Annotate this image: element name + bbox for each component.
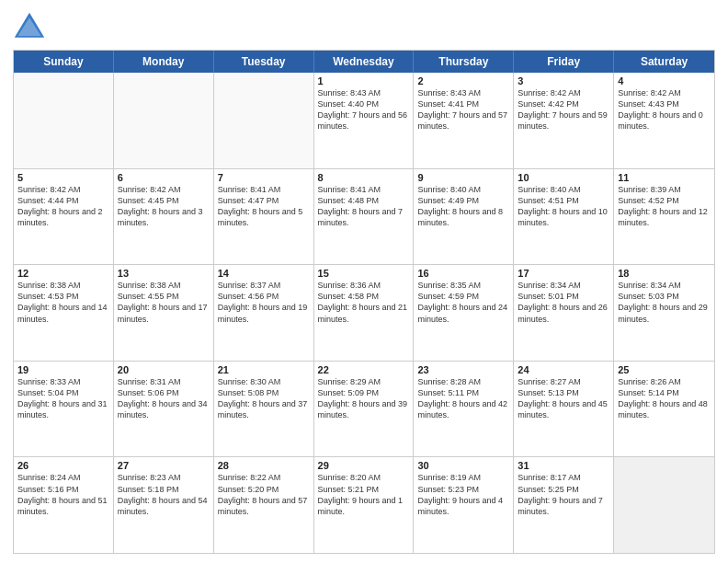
cal-cell: 28Sunrise: 8:22 AM Sunset: 5:20 PM Dayli… [214, 457, 314, 553]
cal-row-2: 12Sunrise: 8:38 AM Sunset: 4:53 PM Dayli… [14, 264, 714, 361]
cell-text: Sunrise: 8:42 AM Sunset: 4:42 PM Dayligh… [518, 87, 609, 132]
day-number: 6 [118, 172, 210, 183]
day-number: 4 [618, 75, 711, 86]
cal-cell: 21Sunrise: 8:30 AM Sunset: 5:08 PM Dayli… [214, 362, 314, 457]
day-number: 30 [417, 460, 509, 471]
cell-text: Sunrise: 8:38 AM Sunset: 4:55 PM Dayligh… [118, 280, 210, 325]
cell-text: Sunrise: 8:38 AM Sunset: 4:53 PM Dayligh… [17, 280, 109, 325]
cal-cell: 27Sunrise: 8:23 AM Sunset: 5:18 PM Dayli… [114, 457, 214, 553]
cell-text: Sunrise: 8:27 AM Sunset: 5:13 PM Dayligh… [518, 376, 609, 421]
cell-text: Sunrise: 8:41 AM Sunset: 4:48 PM Dayligh… [318, 184, 410, 229]
cal-cell: 11Sunrise: 8:39 AM Sunset: 4:52 PM Dayli… [614, 169, 714, 265]
cal-cell: 12Sunrise: 8:38 AM Sunset: 4:53 PM Dayli… [14, 265, 114, 361]
cell-text: Sunrise: 8:43 AM Sunset: 4:41 PM Dayligh… [417, 87, 509, 132]
cell-text: Sunrise: 8:36 AM Sunset: 4:58 PM Dayligh… [318, 280, 410, 325]
cal-cell: 19Sunrise: 8:33 AM Sunset: 5:04 PM Dayli… [14, 362, 114, 457]
cal-cell: 8Sunrise: 8:41 AM Sunset: 4:48 PM Daylig… [314, 169, 415, 265]
cal-cell: 1Sunrise: 8:43 AM Sunset: 4:40 PM Daylig… [314, 73, 415, 168]
cell-text: Sunrise: 8:20 AM Sunset: 5:21 PM Dayligh… [318, 472, 410, 517]
cell-text: Sunrise: 8:41 AM Sunset: 4:47 PM Dayligh… [218, 184, 310, 229]
cal-cell: 14Sunrise: 8:37 AM Sunset: 4:56 PM Dayli… [214, 265, 314, 361]
cell-text: Sunrise: 8:30 AM Sunset: 5:08 PM Dayligh… [218, 376, 310, 421]
cal-cell: 13Sunrise: 8:38 AM Sunset: 4:55 PM Dayli… [114, 265, 214, 361]
cal-cell: 3Sunrise: 8:42 AM Sunset: 4:42 PM Daylig… [514, 73, 614, 168]
cell-text: Sunrise: 8:40 AM Sunset: 4:49 PM Dayligh… [417, 184, 509, 229]
cal-cell: 2Sunrise: 8:43 AM Sunset: 4:41 PM Daylig… [414, 73, 514, 168]
day-number: 7 [218, 172, 310, 183]
cal-row-4: 26Sunrise: 8:24 AM Sunset: 5:16 PM Dayli… [14, 456, 714, 553]
day-number: 27 [118, 460, 210, 471]
page: SundayMondayTuesdayWednesdayThursdayFrid… [0, 0, 728, 563]
header [13, 11, 715, 44]
cal-cell: 5Sunrise: 8:42 AM Sunset: 4:44 PM Daylig… [14, 169, 114, 265]
cell-text: Sunrise: 8:39 AM Sunset: 4:52 PM Dayligh… [618, 184, 711, 229]
cal-row-1: 5Sunrise: 8:42 AM Sunset: 4:44 PM Daylig… [14, 168, 714, 265]
cell-text: Sunrise: 8:23 AM Sunset: 5:18 PM Dayligh… [118, 472, 210, 517]
day-number: 13 [118, 268, 210, 279]
cell-text: Sunrise: 8:42 AM Sunset: 4:43 PM Dayligh… [618, 87, 711, 132]
cal-cell: 26Sunrise: 8:24 AM Sunset: 5:16 PM Dayli… [14, 457, 114, 553]
cal-cell: 29Sunrise: 8:20 AM Sunset: 5:21 PM Dayli… [314, 457, 415, 553]
day-number: 10 [518, 172, 609, 183]
calendar-body: 1Sunrise: 8:43 AM Sunset: 4:40 PM Daylig… [14, 73, 714, 553]
day-number: 8 [318, 172, 410, 183]
cal-cell [14, 73, 114, 168]
day-number: 14 [218, 268, 310, 279]
cell-text: Sunrise: 8:34 AM Sunset: 5:01 PM Dayligh… [518, 280, 609, 325]
cell-text: Sunrise: 8:19 AM Sunset: 5:23 PM Dayligh… [417, 472, 509, 517]
cell-text: Sunrise: 8:35 AM Sunset: 4:59 PM Dayligh… [417, 280, 509, 325]
cal-cell: 6Sunrise: 8:42 AM Sunset: 4:45 PM Daylig… [114, 169, 214, 265]
cell-text: Sunrise: 8:42 AM Sunset: 4:44 PM Dayligh… [17, 184, 109, 229]
day-number: 3 [518, 75, 609, 86]
weekday-header-sunday: Sunday [14, 51, 114, 73]
cal-cell: 25Sunrise: 8:26 AM Sunset: 5:14 PM Dayli… [614, 362, 714, 457]
day-number: 16 [417, 268, 509, 279]
cal-cell: 22Sunrise: 8:29 AM Sunset: 5:09 PM Dayli… [314, 362, 415, 457]
weekday-header-saturday: Saturday [614, 51, 714, 73]
cal-cell: 15Sunrise: 8:36 AM Sunset: 4:58 PM Dayli… [314, 265, 415, 361]
cal-cell: 31Sunrise: 8:17 AM Sunset: 5:25 PM Dayli… [514, 457, 614, 553]
day-number: 20 [118, 364, 210, 375]
cal-row-3: 19Sunrise: 8:33 AM Sunset: 5:04 PM Dayli… [14, 361, 714, 457]
cal-cell: 23Sunrise: 8:28 AM Sunset: 5:11 PM Dayli… [414, 362, 514, 457]
logo-icon [13, 11, 46, 44]
cal-row-0: 1Sunrise: 8:43 AM Sunset: 4:40 PM Daylig… [14, 73, 714, 168]
logo [13, 11, 50, 44]
day-number: 5 [17, 172, 109, 183]
cal-cell: 20Sunrise: 8:31 AM Sunset: 5:06 PM Dayli… [114, 362, 214, 457]
cell-text: Sunrise: 8:42 AM Sunset: 4:45 PM Dayligh… [118, 184, 210, 229]
weekday-header-tuesday: Tuesday [214, 51, 314, 73]
cell-text: Sunrise: 8:43 AM Sunset: 4:40 PM Dayligh… [318, 87, 410, 132]
day-number: 12 [17, 268, 109, 279]
cal-cell: 10Sunrise: 8:40 AM Sunset: 4:51 PM Dayli… [514, 169, 614, 265]
day-number: 19 [17, 364, 109, 375]
day-number: 25 [618, 364, 711, 375]
day-number: 29 [318, 460, 410, 471]
weekday-header-monday: Monday [114, 51, 214, 73]
cal-cell [614, 457, 714, 553]
day-number: 24 [518, 364, 609, 375]
day-number: 23 [417, 364, 509, 375]
cal-cell: 7Sunrise: 8:41 AM Sunset: 4:47 PM Daylig… [214, 169, 314, 265]
cell-text: Sunrise: 8:17 AM Sunset: 5:25 PM Dayligh… [518, 472, 609, 517]
cell-text: Sunrise: 8:40 AM Sunset: 4:51 PM Dayligh… [518, 184, 609, 229]
day-number: 26 [17, 460, 109, 471]
cal-cell: 24Sunrise: 8:27 AM Sunset: 5:13 PM Dayli… [514, 362, 614, 457]
weekday-header-friday: Friday [514, 51, 614, 73]
cell-text: Sunrise: 8:26 AM Sunset: 5:14 PM Dayligh… [618, 376, 711, 421]
cell-text: Sunrise: 8:24 AM Sunset: 5:16 PM Dayligh… [17, 472, 109, 517]
day-number: 11 [618, 172, 711, 183]
cell-text: Sunrise: 8:37 AM Sunset: 4:56 PM Dayligh… [218, 280, 310, 325]
cal-cell [114, 73, 214, 168]
calendar: SundayMondayTuesdayWednesdayThursdayFrid… [13, 50, 715, 554]
cell-text: Sunrise: 8:34 AM Sunset: 5:03 PM Dayligh… [618, 280, 711, 325]
cal-cell: 17Sunrise: 8:34 AM Sunset: 5:01 PM Dayli… [514, 265, 614, 361]
weekday-header-thursday: Thursday [414, 51, 514, 73]
cal-cell: 16Sunrise: 8:35 AM Sunset: 4:59 PM Dayli… [414, 265, 514, 361]
day-number: 1 [318, 75, 410, 86]
cell-text: Sunrise: 8:33 AM Sunset: 5:04 PM Dayligh… [17, 376, 109, 421]
cal-cell: 30Sunrise: 8:19 AM Sunset: 5:23 PM Dayli… [414, 457, 514, 553]
day-number: 31 [518, 460, 609, 471]
cell-text: Sunrise: 8:28 AM Sunset: 5:11 PM Dayligh… [417, 376, 509, 421]
cal-cell [214, 73, 314, 168]
